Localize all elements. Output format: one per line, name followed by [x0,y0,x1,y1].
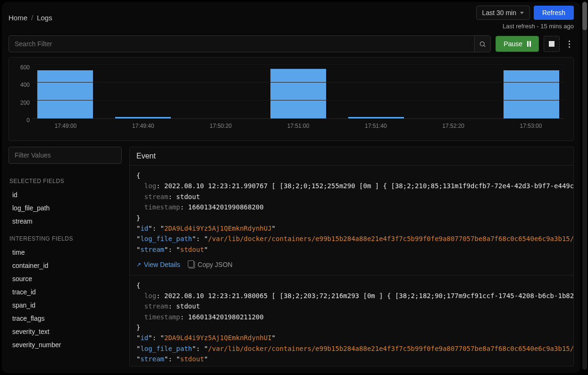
copy-json-button[interactable]: Copy JSON [189,259,233,270]
chart-bar[interactable] [115,117,171,118]
field-item-stream[interactable]: stream [8,215,122,228]
stop-button[interactable] [544,36,560,52]
chart-x-tick: 17:51:00 [265,123,331,129]
chart-x-tick: 17:49:00 [33,123,99,129]
chart-bar[interactable] [348,117,404,118]
event-item[interactable]: { log: 2022.08.10 12:23:21.980065 [ [38;… [130,275,573,366]
field-item-trace_flags[interactable]: trace_flags [8,312,122,325]
stop-icon [549,41,554,47]
chart-bar[interactable] [37,70,93,118]
breadcrumb: Home / Logs [8,14,52,22]
scrollbar-thumb[interactable] [582,2,587,30]
chart-y-axis: 600 400 200 0 [14,64,30,124]
copy-icon [189,261,195,268]
field-item-container_id[interactable]: container_id [8,259,122,272]
search-button[interactable] [474,36,490,52]
field-item-source[interactable]: source [8,272,122,285]
pause-icon [527,41,531,47]
event-item[interactable]: { log: 2022.08.10 12:23:21.990767 [ [38;… [130,165,573,275]
field-item-id[interactable]: id [8,188,122,201]
search-input[interactable] [9,36,474,52]
pause-label: Pause [504,40,522,48]
last-refresh-text: Last refresh - 15 mins ago [503,23,574,30]
svg-point-0 [480,42,485,46]
chart-bar[interactable] [270,69,326,118]
chart-x-tick: 17:52:20 [420,123,487,129]
histogram-chart: 600 400 200 0 17:49:0017:49:4017:50:2017… [8,57,574,141]
chart-x-tick: 17:53:00 [498,123,564,129]
filter-values-input[interactable] [8,147,122,164]
field-item-severity_text[interactable]: severity_text [8,325,122,338]
svg-line-1 [484,45,486,47]
field-item-trace_id[interactable]: trace_id [8,285,122,299]
field-item-span_id[interactable]: span_id [8,299,122,312]
time-range-label: Last 30 min [482,9,516,17]
chart-x-axis: 17:49:0017:49:4017:50:2017:51:0017:51:40… [33,119,564,129]
breadcrumb-current: Logs [37,14,52,22]
event-panel-title: Event [130,147,573,165]
search-icon [479,41,486,48]
chevron-down-icon [520,12,524,14]
time-range-selector[interactable]: Last 30 min [476,6,530,20]
refresh-button[interactable]: Refresh [534,6,574,20]
expand-icon: ↗ [136,260,141,269]
chart-x-tick: 17:50:20 [188,123,254,129]
interesting-fields-heading: INTERESTING FIELDS [9,235,121,242]
chart-x-tick: 17:51:40 [343,123,409,129]
breadcrumb-separator: / [31,14,33,22]
selected-fields-heading: SELECTED FIELDS [9,178,121,184]
field-item-severity_number[interactable]: severity_number [8,338,122,351]
field-item-log_file_path[interactable]: log_file_path [8,201,122,215]
breadcrumb-home[interactable]: Home [8,14,27,22]
chart-bar[interactable] [504,70,559,118]
field-item-time[interactable]: time [8,246,122,259]
chart-x-tick: 17:49:40 [110,123,176,129]
pause-button[interactable]: Pause [496,36,539,52]
more-options-button[interactable] [564,36,574,52]
view-details-button[interactable]: ↗View Details [136,259,180,270]
fields-sidebar: SELECTED FIELDS idlog_file_pathstream IN… [8,147,122,367]
event-panel: Event { log: 2022.08.10 12:23:21.990767 … [129,147,574,367]
scrollbar-track[interactable] [582,2,587,370]
